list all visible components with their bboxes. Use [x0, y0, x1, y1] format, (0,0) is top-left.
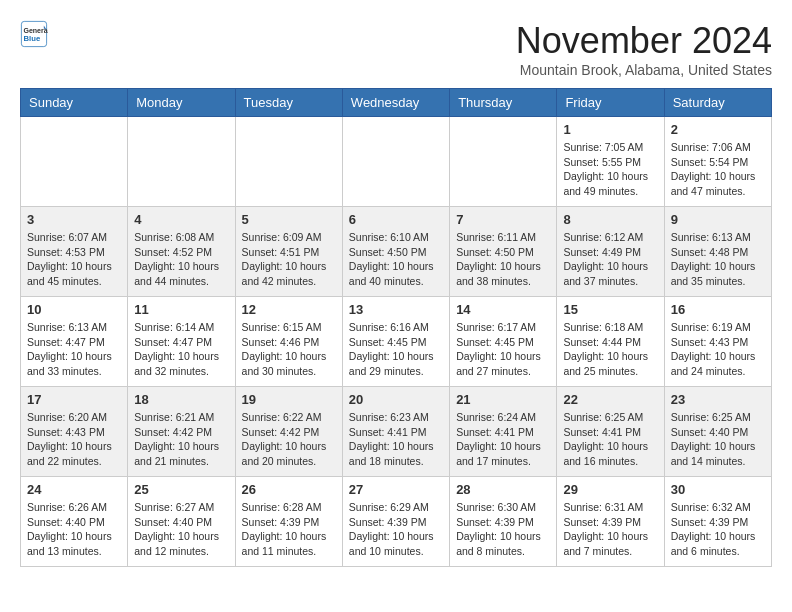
calendar-week-row: 10Sunrise: 6:13 AMSunset: 4:47 PMDayligh…: [21, 297, 772, 387]
day-number: 24: [27, 482, 121, 497]
calendar-day-header: Tuesday: [235, 89, 342, 117]
calendar-day-cell: 27Sunrise: 6:29 AMSunset: 4:39 PMDayligh…: [342, 477, 449, 567]
day-number: 8: [563, 212, 657, 227]
calendar-day-cell: 29Sunrise: 6:31 AMSunset: 4:39 PMDayligh…: [557, 477, 664, 567]
day-info: Sunrise: 7:06 AMSunset: 5:54 PMDaylight:…: [671, 140, 765, 199]
day-info: Sunrise: 6:30 AMSunset: 4:39 PMDaylight:…: [456, 500, 550, 559]
day-number: 30: [671, 482, 765, 497]
day-number: 21: [456, 392, 550, 407]
calendar-day-cell: [235, 117, 342, 207]
day-number: 17: [27, 392, 121, 407]
calendar-day-cell: 22Sunrise: 6:25 AMSunset: 4:41 PMDayligh…: [557, 387, 664, 477]
calendar-day-cell: [342, 117, 449, 207]
day-info: Sunrise: 6:16 AMSunset: 4:45 PMDaylight:…: [349, 320, 443, 379]
calendar-day-cell: 21Sunrise: 6:24 AMSunset: 4:41 PMDayligh…: [450, 387, 557, 477]
day-info: Sunrise: 6:12 AMSunset: 4:49 PMDaylight:…: [563, 230, 657, 289]
calendar-day-cell: 24Sunrise: 6:26 AMSunset: 4:40 PMDayligh…: [21, 477, 128, 567]
day-number: 5: [242, 212, 336, 227]
day-info: Sunrise: 6:07 AMSunset: 4:53 PMDaylight:…: [27, 230, 121, 289]
day-info: Sunrise: 6:19 AMSunset: 4:43 PMDaylight:…: [671, 320, 765, 379]
logo-icon: General Blue: [20, 20, 48, 48]
day-number: 20: [349, 392, 443, 407]
month-title: November 2024: [516, 20, 772, 62]
calendar-day-cell: 1Sunrise: 7:05 AMSunset: 5:55 PMDaylight…: [557, 117, 664, 207]
day-number: 13: [349, 302, 443, 317]
day-info: Sunrise: 6:22 AMSunset: 4:42 PMDaylight:…: [242, 410, 336, 469]
day-info: Sunrise: 6:11 AMSunset: 4:50 PMDaylight:…: [456, 230, 550, 289]
calendar-day-cell: 4Sunrise: 6:08 AMSunset: 4:52 PMDaylight…: [128, 207, 235, 297]
day-number: 1: [563, 122, 657, 137]
calendar-day-cell: 26Sunrise: 6:28 AMSunset: 4:39 PMDayligh…: [235, 477, 342, 567]
day-info: Sunrise: 6:17 AMSunset: 4:45 PMDaylight:…: [456, 320, 550, 379]
day-number: 18: [134, 392, 228, 407]
calendar-week-row: 3Sunrise: 6:07 AMSunset: 4:53 PMDaylight…: [21, 207, 772, 297]
calendar-day-cell: [21, 117, 128, 207]
day-number: 3: [27, 212, 121, 227]
calendar-day-cell: 12Sunrise: 6:15 AMSunset: 4:46 PMDayligh…: [235, 297, 342, 387]
day-number: 19: [242, 392, 336, 407]
day-number: 6: [349, 212, 443, 227]
calendar-day-cell: 13Sunrise: 6:16 AMSunset: 4:45 PMDayligh…: [342, 297, 449, 387]
day-number: 29: [563, 482, 657, 497]
calendar-day-cell: 6Sunrise: 6:10 AMSunset: 4:50 PMDaylight…: [342, 207, 449, 297]
calendar-day-cell: 17Sunrise: 6:20 AMSunset: 4:43 PMDayligh…: [21, 387, 128, 477]
page-header: General Blue November 2024 Mountain Broo…: [20, 20, 772, 78]
calendar-day-cell: 7Sunrise: 6:11 AMSunset: 4:50 PMDaylight…: [450, 207, 557, 297]
day-info: Sunrise: 6:21 AMSunset: 4:42 PMDaylight:…: [134, 410, 228, 469]
day-number: 23: [671, 392, 765, 407]
logo: General Blue: [20, 20, 52, 48]
calendar-day-cell: [450, 117, 557, 207]
calendar-week-row: 1Sunrise: 7:05 AMSunset: 5:55 PMDaylight…: [21, 117, 772, 207]
calendar-day-cell: 2Sunrise: 7:06 AMSunset: 5:54 PMDaylight…: [664, 117, 771, 207]
calendar-day-header: Sunday: [21, 89, 128, 117]
day-number: 14: [456, 302, 550, 317]
day-info: Sunrise: 6:28 AMSunset: 4:39 PMDaylight:…: [242, 500, 336, 559]
day-info: Sunrise: 6:32 AMSunset: 4:39 PMDaylight:…: [671, 500, 765, 559]
calendar-header-row: SundayMondayTuesdayWednesdayThursdayFrid…: [21, 89, 772, 117]
day-info: Sunrise: 6:08 AMSunset: 4:52 PMDaylight:…: [134, 230, 228, 289]
day-info: Sunrise: 6:10 AMSunset: 4:50 PMDaylight:…: [349, 230, 443, 289]
calendar-day-cell: 19Sunrise: 6:22 AMSunset: 4:42 PMDayligh…: [235, 387, 342, 477]
day-info: Sunrise: 6:09 AMSunset: 4:51 PMDaylight:…: [242, 230, 336, 289]
day-info: Sunrise: 6:13 AMSunset: 4:48 PMDaylight:…: [671, 230, 765, 289]
day-info: Sunrise: 6:29 AMSunset: 4:39 PMDaylight:…: [349, 500, 443, 559]
day-number: 15: [563, 302, 657, 317]
day-number: 28: [456, 482, 550, 497]
calendar-day-header: Saturday: [664, 89, 771, 117]
day-info: Sunrise: 6:31 AMSunset: 4:39 PMDaylight:…: [563, 500, 657, 559]
day-number: 4: [134, 212, 228, 227]
day-number: 27: [349, 482, 443, 497]
day-number: 7: [456, 212, 550, 227]
calendar-day-header: Monday: [128, 89, 235, 117]
day-info: Sunrise: 6:13 AMSunset: 4:47 PMDaylight:…: [27, 320, 121, 379]
calendar-day-cell: 9Sunrise: 6:13 AMSunset: 4:48 PMDaylight…: [664, 207, 771, 297]
calendar-day-header: Thursday: [450, 89, 557, 117]
day-number: 11: [134, 302, 228, 317]
day-info: Sunrise: 6:25 AMSunset: 4:41 PMDaylight:…: [563, 410, 657, 469]
day-info: Sunrise: 6:26 AMSunset: 4:40 PMDaylight:…: [27, 500, 121, 559]
calendar-day-header: Friday: [557, 89, 664, 117]
location-text: Mountain Brook, Alabama, United States: [516, 62, 772, 78]
day-number: 22: [563, 392, 657, 407]
calendar-day-cell: 8Sunrise: 6:12 AMSunset: 4:49 PMDaylight…: [557, 207, 664, 297]
calendar-day-cell: 14Sunrise: 6:17 AMSunset: 4:45 PMDayligh…: [450, 297, 557, 387]
calendar-day-header: Wednesday: [342, 89, 449, 117]
title-area: November 2024 Mountain Brook, Alabama, U…: [516, 20, 772, 78]
day-info: Sunrise: 6:23 AMSunset: 4:41 PMDaylight:…: [349, 410, 443, 469]
day-number: 16: [671, 302, 765, 317]
calendar-week-row: 17Sunrise: 6:20 AMSunset: 4:43 PMDayligh…: [21, 387, 772, 477]
calendar-day-cell: 5Sunrise: 6:09 AMSunset: 4:51 PMDaylight…: [235, 207, 342, 297]
calendar-day-cell: 18Sunrise: 6:21 AMSunset: 4:42 PMDayligh…: [128, 387, 235, 477]
calendar-day-cell: 25Sunrise: 6:27 AMSunset: 4:40 PMDayligh…: [128, 477, 235, 567]
calendar-week-row: 24Sunrise: 6:26 AMSunset: 4:40 PMDayligh…: [21, 477, 772, 567]
calendar-day-cell: 23Sunrise: 6:25 AMSunset: 4:40 PMDayligh…: [664, 387, 771, 477]
calendar-day-cell: 15Sunrise: 6:18 AMSunset: 4:44 PMDayligh…: [557, 297, 664, 387]
svg-text:Blue: Blue: [24, 34, 41, 43]
day-number: 9: [671, 212, 765, 227]
day-info: Sunrise: 6:18 AMSunset: 4:44 PMDaylight:…: [563, 320, 657, 379]
day-info: Sunrise: 6:25 AMSunset: 4:40 PMDaylight:…: [671, 410, 765, 469]
day-info: Sunrise: 6:14 AMSunset: 4:47 PMDaylight:…: [134, 320, 228, 379]
day-number: 26: [242, 482, 336, 497]
calendar-day-cell: [128, 117, 235, 207]
calendar-day-cell: 30Sunrise: 6:32 AMSunset: 4:39 PMDayligh…: [664, 477, 771, 567]
